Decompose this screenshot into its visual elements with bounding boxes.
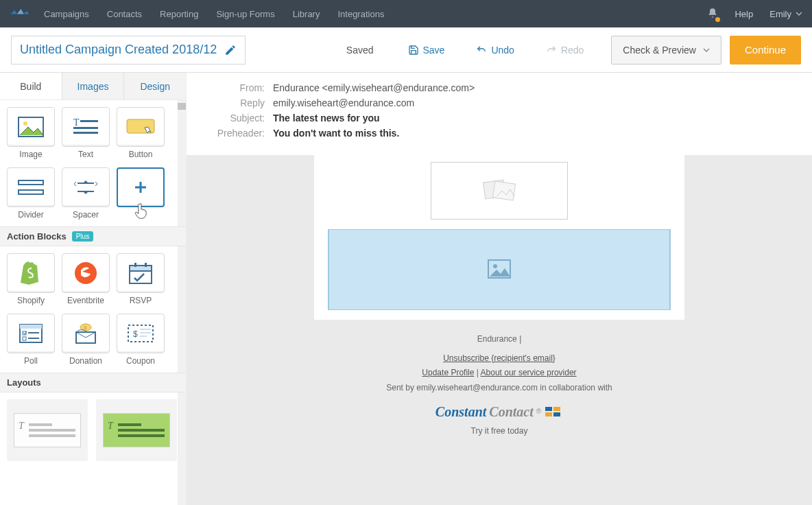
tab-images[interactable]: Images (62, 73, 124, 99)
svg-rect-22 (28, 338, 39, 339)
svg-marker-2 (23, 11, 29, 14)
editor-area: From:Endurance <emily.wiseheart@enduranc… (187, 73, 812, 505)
nav-library[interactable]: Library (293, 9, 320, 19)
svg-rect-10 (19, 180, 43, 185)
redo-icon (546, 45, 557, 56)
placeholder-image-block[interactable] (431, 162, 568, 220)
continue-button[interactable]: Continue (730, 36, 801, 64)
editor-toolbar: Untitled Campaign Created 2018/12 Saved … (0, 27, 812, 73)
action-blocks-header: Action Blocks (7, 231, 67, 242)
tab-design[interactable]: Design (123, 73, 186, 99)
undo-button[interactable]: Undo (476, 45, 514, 56)
svg-rect-15 (134, 263, 136, 267)
svg-rect-28 (140, 329, 151, 330)
svg-rect-38 (553, 412, 560, 416)
chevron-down-icon (796, 10, 802, 17)
layout-option-1[interactable]: T (7, 399, 88, 461)
block-more[interactable] (117, 167, 165, 220)
svg-rect-29 (140, 332, 151, 333)
footer-sent-by: Sent by emily.wiseheart@endurance.com in… (314, 381, 684, 396)
divider-icon (17, 179, 45, 196)
nav-integrations[interactable]: Integrations (337, 9, 384, 19)
save-icon (408, 45, 419, 56)
footer-about-link[interactable]: About our service provider (481, 368, 577, 377)
left-sidebar: Build Images Design Image T Text Button (0, 73, 187, 505)
plus-badge: Plus (72, 231, 93, 242)
block-coupon[interactable]: $ Coupon (117, 314, 165, 366)
footer-update-link[interactable]: Update Profile (422, 368, 474, 377)
nav-help[interactable]: Help (735, 9, 753, 19)
block-poll[interactable]: Poll (7, 314, 55, 366)
poll-icon (18, 322, 44, 344)
svg-rect-30 (140, 336, 147, 337)
svg-marker-1 (17, 9, 25, 14)
block-button[interactable]: Button (117, 107, 165, 159)
svg-text:T: T (73, 117, 80, 128)
svg-text:$: $ (133, 329, 138, 339)
meta-from[interactable]: Endurance <emily.wiseheart@endurance.com… (273, 82, 475, 93)
eventbrite-icon (73, 261, 98, 285)
tab-build[interactable]: Build (0, 73, 62, 99)
nav-campaigns[interactable]: Campaigns (44, 9, 89, 19)
svg-rect-14 (130, 266, 152, 271)
block-image[interactable]: Image (7, 107, 55, 159)
nav-contacts[interactable]: Contacts (107, 9, 142, 19)
block-eventbrite[interactable]: Eventbrite (62, 253, 110, 305)
svg-point-34 (493, 264, 497, 268)
user-menu[interactable]: Emily (769, 9, 802, 19)
campaign-title-input[interactable]: Untitled Campaign Created 2018/12 (11, 36, 246, 64)
nav-reporting[interactable]: Reporting (160, 9, 198, 19)
notifications-icon[interactable] (707, 8, 718, 21)
svg-rect-16 (145, 263, 147, 267)
svg-rect-20 (28, 332, 39, 333)
svg-rect-18 (20, 325, 42, 329)
constant-contact-logo: Constant Contact® (314, 399, 684, 424)
edit-icon (224, 44, 237, 56)
svg-rect-6 (80, 120, 98, 122)
save-status: Saved (346, 45, 374, 56)
block-spacer[interactable]: Spacer (62, 167, 110, 220)
app-logo (10, 7, 30, 21)
footer-unsubscribe-link[interactable]: Unsubscribe {recipient's email} (443, 353, 556, 363)
chevron-down-icon (703, 47, 710, 54)
image-icon (17, 116, 45, 138)
spacer-icon (72, 178, 99, 197)
coupon-icon: $ (126, 323, 155, 344)
svg-rect-36 (553, 407, 560, 411)
image-placeholder-icon (487, 259, 512, 279)
svg-point-4 (23, 121, 27, 126)
redo-button[interactable]: Redo (546, 45, 584, 56)
global-nav: Campaigns Contacts Reporting Sign-up For… (0, 0, 812, 27)
image-drop-zone[interactable] (328, 229, 671, 310)
svg-rect-35 (545, 407, 552, 411)
svg-rect-7 (73, 127, 98, 129)
footer-try-link[interactable]: Try it free today (314, 424, 684, 439)
svg-rect-11 (19, 190, 43, 194)
donation-icon: $ (72, 322, 99, 345)
nav-signup-forms[interactable]: Sign-up Forms (216, 9, 274, 19)
block-shopify[interactable]: Shopify (7, 253, 55, 305)
photos-icon (477, 176, 521, 206)
nav-links: Campaigns Contacts Reporting Sign-up For… (44, 9, 384, 19)
save-button[interactable]: Save (408, 45, 445, 56)
block-divider[interactable]: Divider (7, 167, 55, 220)
meta-reply[interactable]: emily.wiseheart@endurance.com (273, 97, 414, 108)
undo-icon (476, 45, 487, 56)
block-rsvp[interactable]: RSVP (117, 253, 165, 305)
block-donation[interactable]: $ Donation (62, 314, 110, 366)
notification-dot-icon (715, 17, 720, 22)
meta-preheader[interactable]: You don't want to miss this. (273, 128, 399, 139)
button-icon (126, 118, 156, 136)
layout-option-2[interactable]: T (96, 399, 177, 461)
svg-marker-0 (11, 10, 17, 14)
canvas[interactable]: Endurance | Unsubscribe {recipient's ema… (187, 155, 812, 505)
plus-icon (132, 179, 149, 196)
email-footer: Endurance | Unsubscribe {recipient's ema… (314, 332, 684, 446)
text-icon: T (72, 117, 99, 137)
email-body[interactable] (314, 155, 684, 320)
svg-rect-37 (545, 412, 552, 416)
check-preview-button[interactable]: Check & Preview (611, 36, 721, 64)
block-text[interactable]: T Text (62, 107, 110, 159)
svg-rect-8 (73, 132, 98, 134)
meta-subject[interactable]: The latest news for you (273, 113, 380, 124)
